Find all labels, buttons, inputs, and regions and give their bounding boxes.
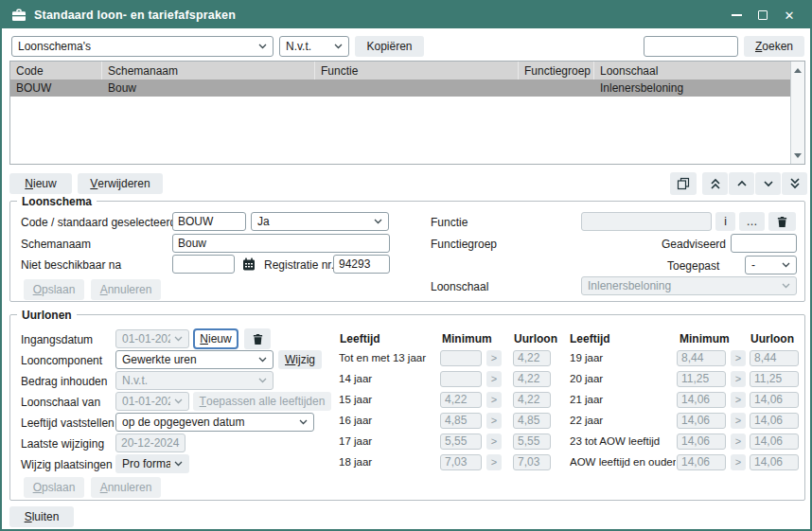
age-label: 23 tot AOW leeftijd (570, 435, 676, 447)
schema-type-select[interactable]: Loonschema's (11, 36, 274, 57)
loonschema-cancel-button: Annuleren (91, 279, 161, 300)
scroll-down-icon[interactable] (792, 150, 804, 160)
table-cell-functiegroep (519, 80, 594, 97)
age-header-minimum-right: Minimum (680, 332, 730, 345)
loonschaal-van-select: 01-01-2025 (115, 392, 189, 411)
standard-select[interactable]: Ja (251, 212, 389, 231)
close-window-button[interactable]: Sluiten (9, 506, 74, 527)
new-schema-button[interactable]: Nieuw (9, 173, 72, 194)
ingangsdatum-label: Ingangsdatum (21, 333, 93, 346)
window-titlebar: Standaard loon- en tariefafspraken ✕ (2, 2, 810, 28)
copy-minimum-button: > (486, 413, 502, 429)
uurloon-input (513, 350, 551, 366)
ages-right: 19 jaar>20 jaar>21 jaar>22 jaar>23 tot A… (570, 347, 802, 472)
column-header-schemanaam[interactable]: Schemanaam (102, 62, 315, 80)
age-row: 18 jaar> (339, 451, 558, 472)
functie-input (581, 212, 712, 231)
age-label: 21 jaar (570, 394, 676, 405)
age-row: 22 jaar> (570, 410, 802, 431)
search-input[interactable] (644, 36, 738, 57)
looncomponent-label: Looncomponent (21, 354, 102, 367)
age-header-leeftijd-left: Leeftijd (340, 332, 380, 345)
uurloon-input (750, 434, 799, 450)
minimum-input (440, 413, 482, 429)
uurloon-input (750, 350, 799, 366)
age-header-leeftijd-right: Leeftijd (570, 332, 610, 345)
double-chevron-down-icon (789, 178, 801, 189)
age-label: 22 jaar (570, 415, 676, 426)
loonschema-legend: Loonschema (17, 195, 97, 208)
ingangsdatum-select: 01-01-2025 (115, 329, 189, 348)
table-scrollbar[interactable] (790, 62, 804, 164)
column-header-code[interactable]: Code (10, 62, 102, 80)
scroll-up-icon[interactable] (792, 65, 804, 75)
uurloon-input (513, 413, 551, 429)
copy-minimum-button: > (731, 392, 746, 408)
browse-functie-button[interactable]: … (739, 212, 765, 231)
age-header-uurloon-right: Uurloon (750, 332, 794, 345)
app-window: Standaard loon- en tariefafspraken ✕ Loo… (0, 0, 812, 531)
geadviseerd-input[interactable] (731, 234, 797, 253)
uurloon-input (750, 392, 799, 408)
maximize-button[interactable] (751, 5, 774, 26)
functie-label: Functie (431, 216, 468, 229)
close-button[interactable]: ✕ (778, 5, 801, 26)
copy-minimum-button: > (486, 371, 502, 387)
wijzig-plaatsingen-select[interactable]: Pro forma (115, 454, 189, 473)
calendar-button[interactable] (238, 255, 259, 274)
age-label: 18 jaar (339, 456, 438, 468)
wijzig-button[interactable]: Wijzig (278, 350, 322, 369)
registratie-input[interactable] (333, 255, 390, 274)
briefcase-icon (11, 9, 26, 22)
minimum-input (440, 371, 482, 387)
first-record-button[interactable] (702, 172, 728, 195)
delete-functie-button[interactable] (768, 212, 796, 231)
search-button[interactable]: Zoeken (744, 36, 804, 57)
bedrag-inhouden-select-value: N.v.t. (122, 374, 255, 387)
previous-record-button[interactable] (729, 172, 754, 195)
age-label: Tot en met 13 jaar (339, 352, 438, 363)
minimum-input (677, 371, 726, 387)
age-row: 17 jaar> (339, 431, 558, 451)
table-cell-loonschaal: Inlenersbeloning (594, 80, 804, 97)
leeftijd-vaststellen-select[interactable]: op de opgegeven datum (115, 413, 314, 432)
age-label: AOW leeftijd en ouder (570, 456, 676, 468)
table-row[interactable]: BOUWBouwInlenersbeloning (10, 80, 804, 97)
last-record-button[interactable] (782, 172, 807, 195)
age-label: 17 jaar (339, 435, 438, 447)
minimum-input (440, 434, 482, 450)
info-button[interactable]: i (715, 212, 735, 231)
looncomponent-select[interactable]: Gewerkte uren (115, 350, 274, 369)
bedrag-inhouden-select: N.v.t. (115, 371, 274, 390)
next-record-button[interactable] (755, 172, 781, 195)
schema-table-body: BOUWBouwInlenersbeloning (10, 80, 804, 97)
delete-schema-button[interactable]: Verwijderen (78, 173, 163, 194)
niet-beschikbaar-input[interactable] (172, 255, 235, 274)
age-row: 21 jaar> (570, 389, 802, 410)
filter-select-value: N.v.t. (286, 40, 330, 53)
code-input[interactable] (172, 212, 246, 231)
age-label: 15 jaar (339, 394, 438, 405)
age-row: 14 jaar> (339, 368, 558, 389)
duplicate-button[interactable] (670, 172, 697, 195)
column-header-functiegroep[interactable]: Functiegroep (519, 62, 594, 80)
age-row: 23 tot AOW leeftijd> (570, 431, 802, 451)
table-cell-schemanaam: Bouw (102, 80, 315, 97)
schemanaam-label: Schemanaam (21, 238, 91, 251)
filter-select[interactable]: N.v.t. (279, 36, 349, 57)
functiegroep-label: Functiegroep (431, 238, 497, 251)
delete-uurloon-button[interactable] (244, 328, 271, 349)
toegepast-select[interactable]: - (745, 256, 797, 274)
schemanaam-input[interactable] (172, 234, 390, 253)
minimize-button[interactable] (725, 5, 748, 26)
copy-schema-button[interactable]: Kopiëren (355, 36, 424, 57)
copy-minimum-button: > (731, 371, 746, 387)
wijzig-plaatsingen-select-value: Pro forma (122, 457, 170, 470)
loonschaal-label: Loonschaal (431, 280, 488, 293)
double-chevron-up-icon (710, 178, 721, 189)
loonschaal-select: Inlenersbeloning (581, 276, 797, 295)
column-header-functie[interactable]: Functie (315, 62, 519, 80)
column-header-loonschaal[interactable]: Loonschaal (594, 62, 804, 80)
new-uurloon-button[interactable]: Nieuw (193, 328, 238, 349)
toegepast-select-value: - (751, 258, 778, 272)
